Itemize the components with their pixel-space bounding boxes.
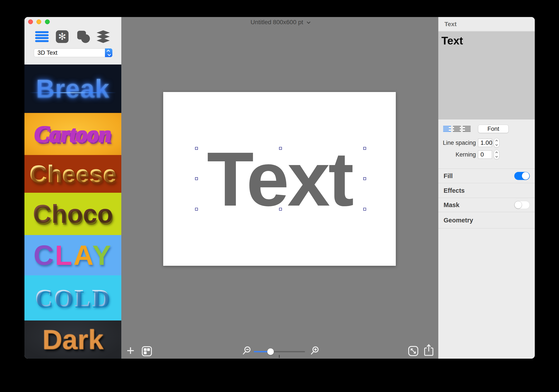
kerning-stepper[interactable]	[494, 150, 499, 159]
line-spacing-input[interactable]: 1.00	[478, 139, 492, 147]
zoom-slider-knob[interactable]	[267, 348, 274, 355]
dropdown-stepper-icon	[105, 48, 112, 57]
sidebar-toolbar: ✻	[24, 30, 121, 43]
preset-break[interactable]: Break	[24, 64, 121, 113]
font-button[interactable]: Font	[478, 125, 509, 133]
resize-handle[interactable]	[363, 208, 366, 211]
app-window: Untitled 800x600 pt Text +	[24, 17, 535, 359]
align-center-button[interactable]	[453, 126, 461, 133]
align-left-button[interactable]	[443, 126, 451, 133]
inspector-title: Text	[438, 17, 535, 31]
section-geometry[interactable]: Geometry	[438, 212, 535, 228]
sidebar: ✻ 3D Text Break Cartoon	[24, 17, 121, 359]
styles-icon[interactable]: ✻	[55, 30, 69, 43]
layers-icon[interactable]	[96, 30, 110, 43]
selection-box	[196, 148, 365, 209]
zoom-out-icon[interactable]	[242, 346, 251, 355]
clay-letter-3: Y	[92, 240, 112, 271]
glow-beam	[29, 92, 117, 93]
zoom-slider[interactable]	[254, 351, 305, 352]
dropdown-value: 3D Text	[34, 49, 57, 56]
sidebar-header: ✻ 3D Text	[24, 17, 121, 64]
preset-category-dropdown[interactable]: 3D Text	[34, 48, 112, 57]
clay-letter-1: L	[55, 240, 73, 271]
clay-letter-2: A	[73, 240, 92, 271]
minimize-button[interactable]	[37, 19, 41, 24]
artboard[interactable]: Text	[163, 92, 396, 266]
mask-toggle[interactable]	[514, 201, 530, 209]
preset-cheese[interactable]: Cheese	[24, 155, 121, 193]
resize-handle[interactable]	[279, 208, 282, 211]
fill-toggle[interactable]	[514, 172, 530, 180]
section-mask[interactable]: Mask	[438, 198, 535, 212]
share-icon[interactable]	[424, 344, 434, 356]
resize-handle[interactable]	[195, 147, 198, 150]
preset-cartoon[interactable]: Cartoon	[24, 113, 121, 155]
shapes-icon[interactable]	[76, 30, 90, 43]
text-content-editor[interactable]: Text	[438, 31, 535, 119]
document-title[interactable]: Untitled 800x600 pt	[121, 19, 438, 26]
preset-dark[interactable]: Dark	[24, 320, 121, 359]
line-spacing-stepper[interactable]	[494, 138, 499, 148]
zoom-in-icon[interactable]	[310, 346, 319, 355]
resize-handle[interactable]	[195, 177, 198, 180]
zoom-center-tick	[279, 355, 280, 358]
resize-handle[interactable]	[279, 147, 282, 150]
resize-handle[interactable]	[195, 208, 198, 211]
content-list-icon[interactable]	[35, 30, 49, 43]
align-right-button[interactable]	[462, 126, 471, 133]
section-fill[interactable]: Fill	[438, 169, 535, 183]
close-button[interactable]	[28, 19, 33, 24]
resize-handle[interactable]	[363, 177, 366, 180]
resize-handle[interactable]	[363, 147, 366, 150]
inspector-panel: Text Text	[438, 17, 535, 359]
preset-choco[interactable]: Choco	[24, 193, 121, 235]
bottom-toolbar: +	[121, 345, 438, 359]
fullscreen-icon[interactable]	[408, 346, 419, 356]
add-object-button[interactable]: +	[127, 344, 134, 357]
chevron-down-icon	[307, 20, 310, 24]
preset-clay[interactable]: CLAY	[24, 235, 121, 275]
zoom-window-button[interactable]	[45, 19, 50, 24]
templates-button[interactable]	[142, 346, 152, 356]
clay-letter-0: C	[34, 240, 55, 271]
section-effects[interactable]: Effects	[438, 183, 535, 198]
kerning-input[interactable]: 0	[478, 150, 492, 159]
line-spacing-label: Line spacing	[438, 139, 476, 146]
preset-cold[interactable]: COLD	[24, 275, 121, 320]
canvas-area: Untitled 800x600 pt Text +	[121, 17, 438, 359]
kerning-label: Kerning	[438, 151, 476, 158]
